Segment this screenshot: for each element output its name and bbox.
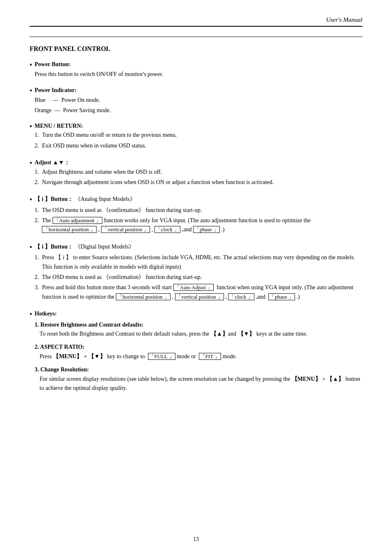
hotkeys-content: Hotkeys: 1. Restore Brightness and Contr…: [35, 309, 362, 397]
power-indicator-blue: Blue — Power On mode.: [35, 96, 362, 105]
bullet-icon: •: [30, 158, 32, 168]
bullet-adjust: • Adjust ▲▼： 1. Adjust Brightness and vo…: [30, 158, 362, 188]
adjust-content: Adjust ▲▼： 1. Adjust Brightness and volu…: [35, 158, 362, 188]
power-indicator-orange: Orange — Power Saving mode.: [35, 106, 362, 115]
power-button-text: Press this button to switch ON/OFF of mo…: [35, 70, 362, 79]
power-indicator-label: Power Indicator:: [35, 87, 76, 93]
section-title: FRONT PANEL CONTROL: [30, 45, 362, 53]
hotkey-2-text: Press 【MENU】 + 【▼】 key to change to 「FUL…: [35, 352, 362, 361]
bullet-i-digital: • 【 i 】Button： 《Digital Input Models》 1.…: [30, 242, 362, 303]
content-area: • Power Button: Press this button to swi…: [30, 60, 362, 397]
adjust-label: Adjust ▲▼：: [35, 159, 70, 166]
power-button-content: Power Button: Press this button to switc…: [35, 60, 362, 79]
bullet-menu-return: • MENU / RETURN: 1. Turn the OSD menu on…: [30, 122, 362, 152]
i-analog-item-1: 1. The OSD menu is used as 《confirmation…: [35, 206, 362, 215]
bullet-hotkeys: • Hotkeys: 1. Restore Brightness and Con…: [30, 309, 362, 397]
i-analog-suffix: 《Analog Input Models》: [75, 196, 136, 202]
page-number: 13: [193, 536, 199, 542]
header-title: User's Manual: [326, 16, 362, 23]
i-digital-label: 【 i 】Button：: [35, 244, 73, 250]
hotkey-3: 3. Change Resolution: For similar screen…: [35, 365, 362, 393]
bullet-icon: •: [30, 195, 32, 205]
i-analog-label: 【 i 】Button：: [35, 196, 73, 202]
bullet-i-analog: • 【 i 】Button： 《Analog Input Models》 1. …: [30, 195, 362, 236]
hotkeys-label: Hotkeys:: [35, 311, 57, 317]
bullet-icon: •: [30, 122, 32, 132]
menu-return-item-2: 2. Exit OSD menu when in volume OSD stat…: [35, 141, 362, 150]
hotkey-1: 1. Restore Brightness and Contrast defau…: [35, 320, 362, 339]
hotkey-2-title: 2. ASPECT RATIO:: [35, 343, 362, 352]
page-header: User's Manual: [30, 16, 362, 27]
i-digital-item-1: 1. Press 【 i 】 to enter Source selection…: [35, 253, 362, 272]
bullet-power-button: • Power Button: Press this button to swi…: [30, 60, 362, 79]
hotkey-1-title: 1. Restore Brightness and Contrast defau…: [35, 320, 362, 329]
menu-return-label: MENU / RETURN:: [35, 123, 83, 129]
i-digital-suffix: 《Digital Input Models》: [75, 244, 134, 250]
i-digital-content: 【 i 】Button： 《Digital Input Models》 1. P…: [35, 242, 362, 303]
page-footer: 13: [0, 536, 392, 543]
bullet-icon: •: [30, 242, 32, 253]
menu-return-item-1: 1. Turn the OSD menu on/off or return to…: [35, 131, 362, 140]
adjust-item-1: 1. Adjust Brightness and volume when the…: [35, 168, 362, 177]
power-indicator-content: Power Indicator: Blue — Power On mode. O…: [35, 86, 362, 115]
i-analog-content: 【 i 】Button： 《Analog Input Models》 1. Th…: [35, 195, 362, 236]
power-button-label: Power Button:: [35, 61, 70, 67]
bullet-power-indicator: • Power Indicator: Blue — Power On mode.…: [30, 86, 362, 115]
bullet-icon: •: [30, 309, 32, 320]
i-digital-item-3: 3. Press and hold this button more than …: [35, 283, 362, 302]
hotkey-2: 2. ASPECT RATIO: Press 【MENU】 + 【▼】 key …: [35, 343, 362, 361]
header-divider: [30, 37, 362, 37]
menu-return-content: MENU / RETURN: 1. Turn the OSD menu on/o…: [35, 122, 362, 152]
page: User's Manual FRONT PANEL CONTROL • Powe…: [0, 0, 392, 555]
hotkey-1-text: To reset both the Brightness and Contras…: [35, 329, 362, 339]
hotkey-3-text: For similar screen display resolutions (…: [35, 375, 362, 393]
hotkey-3-title: 3. Change Resolution:: [35, 365, 362, 374]
bullet-icon: •: [30, 60, 32, 70]
bullet-icon: •: [30, 86, 32, 96]
i-analog-item-2: 2. The 「Auto adjustment 」 function works…: [35, 216, 362, 235]
adjust-item-2: 2. Navigate through adjustment icons whe…: [35, 178, 362, 187]
i-digital-item-2: 2. The OSD menu is used as 《confirmation…: [35, 273, 362, 282]
